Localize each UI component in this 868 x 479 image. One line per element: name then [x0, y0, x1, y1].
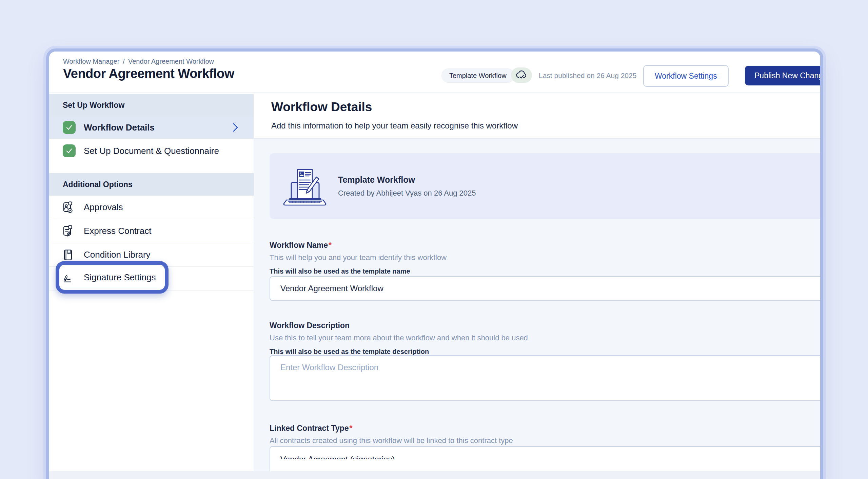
- info-card-subtitle: Created by Abhijeet Vyas on 26 Aug 2025: [338, 189, 476, 198]
- page: { "ui": { "required_mark": "*", "breadcr…: [0, 0, 868, 479]
- app-screenshot: Workflow Manager / Vendor Agreement Work…: [49, 52, 820, 471]
- laptop-document-illustration: [281, 165, 329, 207]
- breadcrumb-separator: /: [123, 58, 125, 65]
- signature-settings-icon: [63, 271, 74, 283]
- clipped-value-wrapper: Vendor Agreement (signatories): [280, 454, 820, 459]
- content-subheading: Add this information to help your team e…: [271, 121, 518, 131]
- label-text: Linked Contract Type: [270, 424, 349, 433]
- sidebar-item-approvals[interactable]: Approvals: [49, 196, 254, 219]
- workflow-name-helper: This will help you and your team identif…: [270, 253, 447, 262]
- app-header: Workflow Manager / Vendor Agreement Work…: [49, 52, 820, 93]
- linked-contract-type-label: Linked Contract Type*: [270, 424, 352, 433]
- required-asterisk: *: [349, 424, 352, 433]
- sidebar-item-workflow-details[interactable]: Workflow Details: [49, 116, 254, 139]
- sidebar-item-label: Set Up Document & Questionnaire: [84, 146, 219, 156]
- express-contract-icon: [63, 225, 74, 237]
- sidebar-item-signature-settings[interactable]: Signature Settings: [61, 266, 163, 288]
- breadcrumb-workflow-manager[interactable]: Workflow Manager: [63, 58, 119, 65]
- signature-settings-highlight-ring[interactable]: Signature Settings: [56, 261, 169, 294]
- workflow-name-note: This will also be used as the template n…: [270, 267, 410, 275]
- approvals-icon: [63, 201, 74, 214]
- workflow-description-label: Workflow Description: [270, 321, 350, 330]
- check-icon: [63, 121, 76, 134]
- workflow-description-helper: Use this to tell your team more about th…: [270, 334, 528, 342]
- section-header-label: Additional Options: [63, 180, 133, 189]
- template-workflow-info-card: Template Workflow Created by Abhijeet Vy…: [270, 153, 820, 219]
- sidebar-item-label: Condition Library: [84, 250, 151, 260]
- workflow-settings-label: Workflow Settings: [655, 72, 717, 81]
- last-published-status: Last published on 26 Aug 2025: [539, 72, 636, 80]
- content-header: Workflow Details Add this information to…: [254, 93, 820, 139]
- sync-status-pill: [511, 67, 532, 83]
- setup-sidebar: Set Up Workflow Workflow Details Set Up …: [49, 93, 254, 471]
- content-heading: Workflow Details: [271, 100, 372, 114]
- sidebar-item-label: Express Contract: [84, 226, 151, 236]
- sidebar-section-additional-options: Additional Options: [49, 173, 254, 196]
- page-title: Vendor Agreement Workflow: [63, 66, 234, 81]
- linked-contract-type-helper: All contracts created using this workflo…: [270, 436, 513, 445]
- workflow-description-textarea[interactable]: [270, 355, 820, 401]
- main-content: Workflow Details Add this information to…: [254, 93, 820, 471]
- breadcrumb-current: Vendor Agreement Workflow: [128, 58, 214, 65]
- info-card-title: Template Workflow: [338, 175, 476, 185]
- breadcrumb: Workflow Manager / Vendor Agreement Work…: [63, 58, 214, 65]
- sidebar-item-express-contract[interactable]: Express Contract: [49, 219, 254, 243]
- section-header-label: Set Up Workflow: [63, 101, 124, 110]
- chevron-right-icon: [233, 123, 239, 132]
- workflow-description-note: This will also be used as the template d…: [270, 348, 429, 356]
- cloud-check-icon: [516, 69, 527, 81]
- required-asterisk: *: [329, 241, 332, 250]
- label-text: Workflow Name: [270, 241, 328, 250]
- sidebar-item-label: Workflow Details: [84, 122, 155, 133]
- template-workflow-badge: Template Workflow: [441, 68, 514, 83]
- workflow-name-label: Workflow Name*: [270, 241, 332, 250]
- publish-new-changes-label: Publish New Changes: [754, 71, 820, 80]
- sidebar-item-label: Approvals: [84, 202, 123, 213]
- label-text: Workflow Description: [270, 321, 350, 330]
- sidebar-item-setup-document-questionnaire[interactable]: Set Up Document & Questionnaire: [49, 139, 254, 162]
- linked-contract-type-value: Vendor Agreement (signatories): [280, 454, 820, 459]
- check-icon: [63, 144, 76, 157]
- workflow-settings-button[interactable]: Workflow Settings: [643, 65, 729, 87]
- app-window-card: Workflow Manager / Vendor Agreement Work…: [46, 48, 823, 479]
- sidebar-section-setup-workflow: Set Up Workflow: [49, 94, 254, 116]
- info-card-text: Template Workflow Created by Abhijeet Vy…: [338, 175, 476, 198]
- sidebar-item-label: Signature Settings: [84, 272, 156, 283]
- workflow-name-input[interactable]: [270, 276, 820, 301]
- linked-contract-type-input[interactable]: Vendor Agreement (signatories): [270, 446, 820, 471]
- publish-new-changes-button[interactable]: Publish New Changes: [745, 66, 820, 85]
- condition-library-icon: [63, 249, 74, 261]
